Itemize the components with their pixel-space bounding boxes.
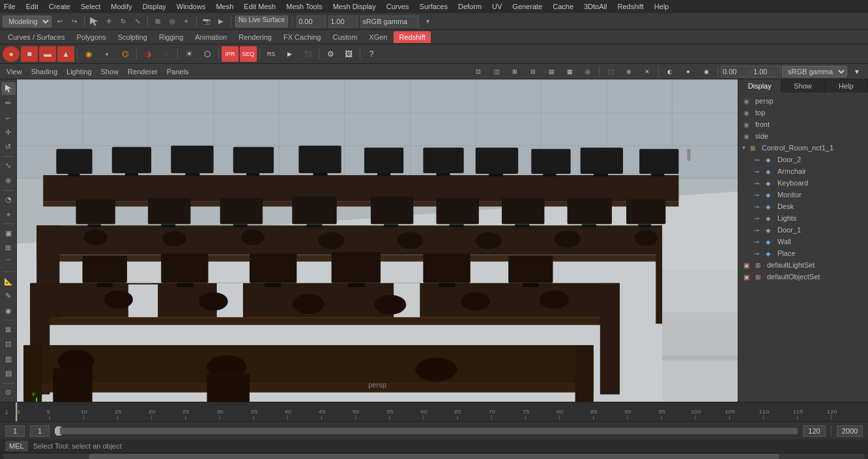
scale-tool-side[interactable]: ⤡ [1, 160, 16, 173]
outliner-item-keyboard[interactable]: ⊸ ◈ Keyboard [738, 177, 868, 189]
rotate-tool-side[interactable]: ↺ [1, 141, 16, 154]
paint-tool-side[interactable]: ✏ [1, 96, 16, 109]
screenshot-icon[interactable]: 🖼 [340, 46, 357, 62]
layout4-side[interactable]: ▤ [1, 367, 16, 380]
range-start-input[interactable] [30, 425, 50, 437]
undo-icon[interactable]: ↩ [54, 16, 66, 27]
move-tool-side[interactable]: ✛ [1, 126, 16, 139]
right-panel-tab-help[interactable]: Help [825, 79, 868, 92]
outliner-item-desk[interactable]: ⊸ ◈ Desk [738, 201, 868, 212]
rotate-tool-icon[interactable]: ↻ [117, 16, 129, 27]
poly-cube-icon[interactable]: ▪ [98, 46, 115, 62]
menu-file[interactable]: File [3, 3, 17, 10]
rs-icon3[interactable]: ⬛ [299, 46, 316, 62]
nurbs-cone-icon[interactable]: ▲ [57, 46, 74, 62]
select-tool-icon[interactable] [89, 16, 100, 27]
render-seq-icon[interactable]: SEQ [240, 46, 257, 62]
view-tab-show[interactable]: Show [97, 65, 123, 78]
snap-surface-icon[interactable]: ⌖ [181, 16, 192, 27]
outliner-item-lights[interactable]: ⊸ ◈ Lights [738, 212, 868, 224]
view-icon-5[interactable]: ▤ [543, 64, 560, 79]
curve-side[interactable]: ⌒ [1, 256, 16, 269]
poly-sphere-icon[interactable]: ◉ [80, 46, 97, 62]
tab-curves-surfaces[interactable]: Curves / Surfaces [3, 31, 70, 43]
view-icon-6[interactable]: ▦ [561, 64, 578, 79]
menu-redshift[interactable]: Redshift [616, 3, 644, 10]
menu-cache[interactable]: Cache [551, 3, 575, 10]
rs-icon1[interactable]: RS [263, 46, 280, 62]
universal-tool-side[interactable]: ⊕ [1, 174, 16, 187]
status-mode[interactable]: MEL [5, 441, 28, 451]
view-tab-panels[interactable]: Panels [163, 65, 193, 78]
outliner-item-persp[interactable]: ◉ persp [738, 95, 868, 107]
view-icon-11[interactable]: ◐ [661, 64, 678, 79]
menu-mesh-display[interactable]: Mesh Display [332, 3, 377, 10]
menu-surfaces[interactable]: Surfaces [418, 3, 449, 10]
measure-side[interactable]: 📐 [1, 275, 16, 288]
outliner-item-place[interactable]: ⊸ ◈ Place [738, 247, 868, 259]
view-tab-view[interactable]: View [3, 65, 26, 78]
tab-fx-caching[interactable]: FX Caching [278, 31, 326, 43]
tab-custom[interactable]: Custom [327, 31, 362, 43]
tab-animation[interactable]: Animation [190, 31, 232, 43]
gamma-input[interactable] [360, 16, 419, 27]
soft-select-side[interactable]: ◔ [1, 193, 16, 206]
outliner-item-monitor[interactable]: ⊸ ◈ Monitor [738, 189, 868, 201]
mode-dropdown[interactable]: Modeling [3, 16, 51, 27]
move-tool-icon[interactable]: ✛ [103, 16, 115, 27]
nurbs-cyl-icon[interactable]: ▬ [39, 46, 56, 62]
view-icon-8[interactable]: ⬚ [602, 64, 619, 79]
view-icon-12[interactable]: ● [680, 64, 697, 79]
right-panel-tab-show[interactable]: Show [781, 79, 824, 92]
view-icon-10[interactable]: ✕ [639, 64, 656, 79]
menu-select[interactable]: Select [80, 3, 102, 10]
view-icon-13[interactable]: ◉ [698, 64, 715, 79]
menu-help[interactable]: Help [653, 3, 671, 10]
menu-deform[interactable]: Deform [457, 3, 483, 10]
camera-icon[interactable]: 📷 [201, 16, 212, 27]
menu-mesh[interactable]: Mesh [214, 3, 235, 10]
view-icon-3[interactable]: ⊞ [506, 64, 523, 79]
menu-create[interactable]: Create [48, 3, 72, 10]
sculpt-side[interactable]: ◉ [1, 304, 16, 317]
right-panel-tab-display[interactable]: Display [738, 79, 781, 92]
viewport[interactable]: X Y Z persp [17, 79, 738, 402]
menu-generate[interactable]: Generate [511, 3, 543, 10]
nurbs-cube-icon[interactable]: ■ [21, 46, 38, 62]
settings-icon[interactable]: ⚙ [322, 46, 339, 62]
outliner-item-front[interactable]: ◉ front [738, 118, 868, 130]
tab-polygons[interactable]: Polygons [71, 31, 111, 43]
poly-cyl-icon[interactable]: ⌬ [117, 46, 134, 62]
outliner-item-default-light-set[interactable]: ▣ ⊞ defaultLightSet [738, 259, 868, 271]
value2-input[interactable] [328, 16, 358, 27]
help-icon[interactable]: ? [363, 46, 380, 62]
layout-side[interactable]: ⊠ [1, 323, 16, 336]
playback-end-input[interactable] [837, 425, 863, 437]
annotate-side[interactable]: ✎ [1, 290, 16, 303]
menu-windows[interactable]: Windows [175, 3, 207, 10]
view-tab-shading[interactable]: Shading [27, 65, 61, 78]
outliner-item-default-object-set[interactable]: ▣ ⊞ defaultObjectSet [738, 271, 868, 283]
render-icon[interactable]: ▶ [215, 16, 227, 27]
rs-icon2[interactable]: ▶ [281, 46, 298, 62]
redo-icon[interactable]: ↪ [68, 16, 80, 27]
nurbs-sphere-icon[interactable]: ● [3, 46, 20, 62]
value1-input[interactable] [297, 16, 326, 27]
timeline-ruler[interactable]: 1 5 10 15 20 25 30 35 40 [13, 402, 868, 421]
light-icon[interactable]: ☀ [181, 46, 197, 62]
view-icon-4[interactable]: ⊟ [525, 64, 542, 79]
tab-xgen[interactable]: XGen [364, 31, 392, 43]
lasso-tool-side[interactable]: ⌐ [1, 111, 16, 124]
outliner-item-door1[interactable]: ⊸ ◈ Door_1 [738, 224, 868, 236]
gamma-dropdown-icon[interactable]: ▾ [422, 16, 433, 27]
outliner-item-armchair[interactable]: ⊸ ◈ Armchair [738, 165, 868, 177]
tab-rendering[interactable]: Rendering [233, 31, 277, 43]
gamma-select[interactable]: sRGB gamma [782, 66, 847, 77]
layout2-side[interactable]: ⊡ [1, 338, 16, 351]
camera2-icon[interactable]: ⬡ [199, 46, 216, 62]
menu-uv[interactable]: UV [491, 3, 503, 10]
tab-rigging[interactable]: Rigging [154, 31, 188, 43]
current-frame-input[interactable] [5, 425, 25, 437]
view-tab-lighting[interactable]: Lighting [63, 65, 96, 78]
range-end-input[interactable] [803, 425, 826, 437]
